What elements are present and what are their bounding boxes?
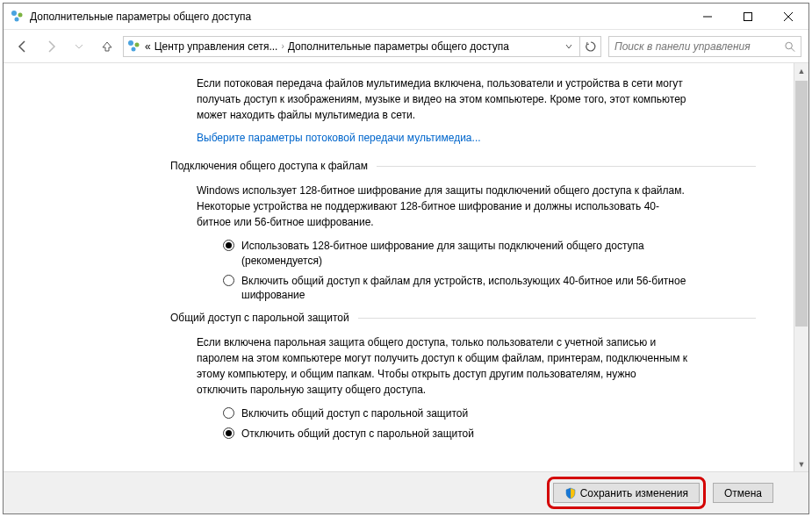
svg-point-2 xyxy=(15,17,19,21)
search-box[interactable] xyxy=(608,36,801,57)
svg-point-1 xyxy=(18,12,23,17)
chevron-right-icon: › xyxy=(281,41,284,51)
radio-button[interactable] xyxy=(223,427,234,439)
password-description: Если включена парольная защита общего до… xyxy=(197,334,688,398)
vertical-scrollbar[interactable]: ▲ ▼ xyxy=(794,63,808,471)
refresh-button[interactable] xyxy=(580,36,601,57)
breadcrumb-prefix: « xyxy=(145,40,151,53)
radio-40-56bit[interactable]: Включить общий доступ к файлам для устро… xyxy=(223,274,688,304)
minimize-button[interactable] xyxy=(687,4,728,30)
scroll-down-arrow[interactable]: ▼ xyxy=(794,456,808,471)
network-sharing-icon xyxy=(127,39,141,54)
up-button[interactable] xyxy=(95,34,119,59)
maximize-button[interactable] xyxy=(728,4,768,30)
save-changes-button[interactable]: Сохранить изменения xyxy=(553,483,700,503)
radio-label: Включить общий доступ с парольной защито… xyxy=(241,406,468,421)
divider xyxy=(377,166,756,167)
section-title: Общий доступ с парольной защитой xyxy=(170,312,349,324)
titlebar: Дополнительные параметры общего доступа xyxy=(4,4,808,30)
shield-icon xyxy=(564,487,577,499)
radio-label: Использовать 128-битное шифрование для з… xyxy=(241,239,688,269)
breadcrumb-dropdown[interactable] xyxy=(562,43,576,50)
svg-line-11 xyxy=(791,47,794,51)
section-header-password: Общий доступ с парольной защитой xyxy=(170,312,756,324)
cancel-button-label: Отмена xyxy=(724,487,762,499)
svg-point-9 xyxy=(132,47,136,51)
close-button[interactable] xyxy=(768,4,808,30)
search-input[interactable] xyxy=(614,40,784,53)
recent-dropdown[interactable] xyxy=(67,34,91,59)
footer-bar: Сохранить изменения Отмена xyxy=(4,471,808,513)
encryption-description: Windows использует 128-битное шифрование… xyxy=(197,183,688,230)
svg-rect-4 xyxy=(744,12,752,20)
search-icon xyxy=(784,40,795,53)
window-title: Дополнительные параметры общего доступа xyxy=(30,11,687,23)
svg-point-0 xyxy=(11,11,17,16)
media-streaming-link[interactable]: Выберите параметры потоковой передачи му… xyxy=(197,132,756,144)
svg-point-7 xyxy=(128,40,133,46)
radio-label: Отключить общий доступ с парольной защит… xyxy=(241,427,474,442)
intro-text: Если потоковая передача файлов мультимед… xyxy=(197,75,688,123)
radio-password-off[interactable]: Отключить общий доступ с парольной защит… xyxy=(223,427,688,442)
save-button-label: Сохранить изменения xyxy=(580,487,688,499)
divider xyxy=(358,318,756,319)
svg-point-10 xyxy=(786,42,792,48)
scroll-thumb[interactable] xyxy=(795,81,808,327)
content-area: Если потоковая передача файлов мультимед… xyxy=(4,63,808,471)
network-sharing-icon xyxy=(11,10,25,24)
radio-button[interactable] xyxy=(223,275,234,286)
radio-128bit[interactable]: Использовать 128-битное шифрование для з… xyxy=(223,239,688,269)
section-title: Подключения общего доступа к файлам xyxy=(170,160,368,172)
forward-button[interactable] xyxy=(39,34,63,59)
breadcrumb-segment[interactable]: Центр управления сетя... xyxy=(154,40,278,53)
radio-button[interactable] xyxy=(223,240,234,251)
control-panel-window: Дополнительные параметры общего доступа … xyxy=(3,3,809,514)
scroll-up-arrow[interactable]: ▲ xyxy=(794,63,808,78)
cancel-button[interactable]: Отмена xyxy=(713,483,773,503)
radio-password-on[interactable]: Включить общий доступ с парольной защито… xyxy=(223,406,688,421)
navigation-bar: « Центр управления сетя... › Дополнитель… xyxy=(4,30,808,63)
svg-point-8 xyxy=(135,42,140,47)
window-controls xyxy=(687,4,808,30)
breadcrumb-segment[interactable]: Дополнительные параметры общего доступа xyxy=(288,40,509,53)
save-button-highlight: Сохранить изменения xyxy=(547,477,706,509)
radio-label: Включить общий доступ к файлам для устро… xyxy=(241,274,688,304)
back-button[interactable] xyxy=(11,34,35,59)
breadcrumb[interactable]: « Центр управления сетя... › Дополнитель… xyxy=(123,36,580,57)
section-header-encryption: Подключения общего доступа к файлам xyxy=(170,160,756,172)
radio-button[interactable] xyxy=(223,407,234,419)
